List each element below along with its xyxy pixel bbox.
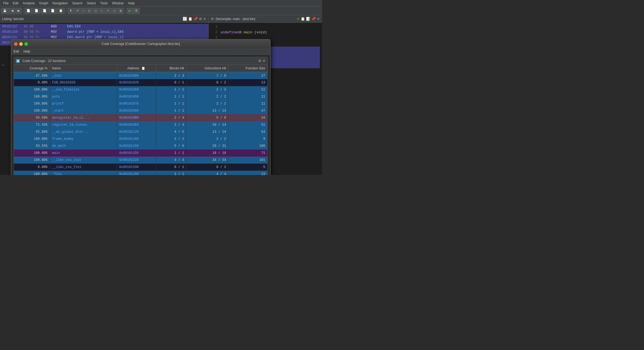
asm-addr: 001011bc — [2, 35, 24, 39]
asm-ops: EAX,EDX — [67, 25, 81, 28]
menu-select[interactable]: Select — [85, 1, 98, 6]
table-row[interactable]: 100.00%main0x001011D51 / 118 / 1871 — [14, 150, 208, 157]
instrs-cell: 13 / 14 — [186, 128, 208, 135]
tb-sep3 — [125, 8, 125, 14]
blocks-cell: 4 / 4 — [156, 157, 186, 164]
instrs-cell: 4 / 4 — [186, 171, 208, 175]
table-row[interactable]: 0.00%FUN_001010200x001010200 / 10 / 213 — [14, 79, 208, 86]
tb-code6[interactable]: L — [99, 8, 105, 14]
tb-code4[interactable]: D — [86, 8, 92, 14]
table-row[interactable]: 100.00%_start0x001010801 / 113 / 1347 — [14, 107, 208, 114]
blocks-cell: 0 / 1 — [156, 79, 186, 86]
menu-tools[interactable]: Tools — [98, 1, 110, 6]
menu-graph[interactable]: Graph — [37, 1, 50, 6]
menu-help[interactable]: Help — [126, 1, 137, 6]
tb-back[interactable]: ◀ — [9, 8, 15, 14]
tb-nav4[interactable]: 📄 — [49, 8, 57, 14]
minimize-button[interactable] — [19, 42, 23, 46]
asm-row: 001011b7 01 d0 ADD EAX,EDX — [0, 24, 208, 29]
decompile-settings[interactable]: 📝 — [306, 17, 310, 21]
asm-row: 001011b9 89 45 fc MOV dword ptr [RBP + l… — [0, 29, 208, 35]
decompile-close[interactable]: ✕ — [317, 17, 320, 21]
tb-code3[interactable]: I — [81, 8, 86, 14]
tb-save[interactable]: 💾 — [1, 8, 9, 14]
addr-cell: 0x00101000 — [117, 72, 156, 79]
menu-analysis[interactable]: Analysis — [21, 1, 37, 6]
table-row[interactable]: 93.55%do_math0x001011695 / 629 / 31108 — [14, 142, 208, 150]
dialog-menu-help[interactable]: Help — [24, 50, 30, 53]
col-coverage[interactable]: Coverage % — [14, 65, 50, 72]
tb-run[interactable]: ▶ — [127, 8, 133, 14]
dc-linenum: 2 — [211, 30, 217, 34]
tb-forward[interactable]: ▶ — [16, 8, 22, 14]
instrs-cell: 18 / 18 — [186, 150, 208, 157]
name-cell: __libc_csu_init — [50, 157, 117, 164]
name-cell: FUN_00101020 — [50, 79, 117, 86]
table-row[interactable]: 100.00%__libc_csu_init0x001012204 / 434 … — [14, 157, 208, 164]
toolbar: 💾 ◀ ▶ 📄 📄 📄 📄 📋 ⬇ ↺ I D U L F V B ▶ ⚙ — [0, 7, 322, 15]
tb-code1[interactable]: ⬇ — [68, 8, 74, 14]
addr-cell: 0x00101080 — [117, 107, 156, 114]
table-row[interactable]: 0.00%__libc_csu_fini0x001012900 / 10 / 2… — [14, 164, 208, 171]
dc-funcname: main — [244, 30, 252, 34]
tb-debug[interactable]: ⚙ — [133, 8, 140, 14]
menu-search[interactable]: Search — [70, 1, 85, 6]
table-row[interactable]: 92.86%__do_global_dtor...0x001011204 / 5… — [14, 128, 208, 135]
tb-code7[interactable]: F — [105, 8, 111, 14]
table-row[interactable]: 100.00%puts0x001010601 / 12 / 211 — [14, 93, 208, 100]
addr-cell: 0x00101298 — [117, 171, 156, 175]
name-cell: register_tm_clones — [50, 121, 117, 128]
col-instructions[interactable]: Instructions Hit — [186, 65, 208, 72]
listing-settings[interactable]: ⚙ — [199, 17, 202, 21]
blocks-cell: 2 / 4 — [156, 114, 186, 121]
col-blocks[interactable]: Blocks Hit — [156, 65, 186, 72]
table-row[interactable]: 87.50%_init0x001010002 / 37 / 827 — [14, 72, 208, 79]
tb-code9[interactable]: B — [118, 8, 124, 14]
addr-cell: 0x00101120 — [117, 128, 156, 135]
listing-icon2[interactable]: 📋 — [188, 17, 192, 21]
dc-linenum: 1 — [211, 25, 217, 29]
menu-window[interactable]: Window — [110, 1, 126, 6]
menu-navigation[interactable]: Navigation — [50, 1, 70, 6]
decompile-pin[interactable]: 📌 — [311, 17, 316, 21]
dialog-menu-edit[interactable]: Edit — [14, 50, 19, 53]
table-row[interactable]: 71.43%register_tm_clones0x001010E02 / 41… — [14, 121, 208, 128]
pct-cell: 100.00% — [14, 100, 50, 107]
listing-pin[interactable]: 📌 — [193, 17, 198, 21]
addr-cell: 0x00101070 — [117, 100, 156, 107]
table-row[interactable]: 100.00%__cxa_finalize0x001010501 / 12 / … — [14, 86, 208, 93]
col-name[interactable]: Name — [50, 65, 117, 72]
table-row[interactable]: 100.00%_fini0x001012981 / 14 / 413 — [14, 171, 208, 175]
addr-cell: 0x00101169 — [117, 142, 156, 150]
instrs-cell: 2 / 2 — [186, 135, 208, 142]
asm-bytes: 89 45 fc — [24, 30, 51, 34]
table-row[interactable]: 100.00%frame_dummy0x001011601 / 12 / 29 — [14, 135, 208, 142]
tb-code8[interactable]: V — [111, 8, 117, 14]
listing-close[interactable]: ✕ — [203, 17, 206, 21]
decompile-copy[interactable]: 📋 — [301, 17, 305, 21]
dc-line: 1 — [211, 25, 320, 30]
arrow-indicator: → — [1, 63, 5, 67]
asm-addr: 001011b9 — [2, 30, 24, 34]
table-row[interactable]: 100.00%printf0x001010701 / 12 / 211 — [14, 100, 208, 107]
menu-file[interactable]: File — [1, 1, 11, 6]
instrs-cell: 7 / 8 — [186, 72, 208, 79]
decompile-icon: ⚙ — [211, 17, 214, 21]
tb-nav2[interactable]: 📄 — [33, 8, 40, 14]
close-button[interactable] — [14, 42, 18, 46]
col-address[interactable]: Address 📋 — [117, 65, 156, 72]
maximize-button[interactable] — [24, 42, 28, 46]
pct-cell: 0.00% — [14, 79, 50, 86]
tb-nav1[interactable]: 📄 — [25, 8, 32, 14]
decompile-refresh[interactable]: ↺ — [297, 17, 300, 21]
tb-nav3[interactable]: 📄 — [41, 8, 48, 14]
tb-code5[interactable]: U — [93, 8, 99, 14]
decompile-title: Decompile: main - (test.bin) — [216, 17, 255, 21]
tb-code2[interactable]: ↺ — [74, 8, 81, 14]
listing-icon1[interactable]: ⬜ — [183, 17, 187, 21]
dc-type: undefined8 — [221, 30, 242, 34]
instrs-cell: 0 / 2 — [186, 164, 208, 171]
table-row[interactable]: 55.56%deregister_tm_cl...0x001010B02 / 4… — [14, 114, 208, 121]
tb-nav5[interactable]: 📋 — [57, 8, 65, 14]
menu-edit[interactable]: Edit — [11, 1, 21, 6]
